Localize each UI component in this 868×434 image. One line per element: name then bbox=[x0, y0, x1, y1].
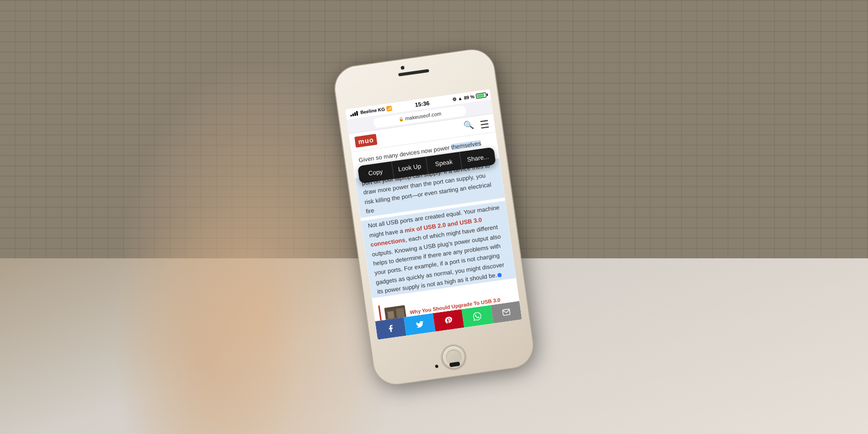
article-paragraph-3: Not all USB ports are created equal. You… bbox=[361, 201, 516, 299]
signal-bars bbox=[350, 111, 358, 116]
text-cursor bbox=[497, 273, 502, 277]
headphone-jack bbox=[435, 365, 439, 368]
muo-logo[interactable]: muo bbox=[354, 134, 378, 148]
facebook-icon bbox=[386, 324, 395, 333]
url-text: makeuseof.com bbox=[405, 111, 441, 121]
whatsapp-icon bbox=[473, 312, 482, 321]
phone-screen: Beeline KG 📶 15:36 ⚙ ▲ 89 % 🔒 makeuse bbox=[345, 89, 522, 340]
battery-fill bbox=[477, 94, 485, 98]
twitter-icon bbox=[415, 320, 424, 329]
status-time: 15:36 bbox=[414, 100, 430, 108]
location-icon: ▲ bbox=[457, 96, 462, 101]
email-icon bbox=[502, 307, 511, 317]
signal-bar-4 bbox=[356, 111, 358, 115]
header-icons: 🔍 ☰ bbox=[463, 117, 490, 133]
battery-icon bbox=[476, 92, 487, 99]
search-icon[interactable]: 🔍 bbox=[463, 119, 475, 133]
speaker-grill bbox=[398, 69, 429, 76]
battery-percent: 89 % bbox=[463, 94, 475, 101]
front-camera bbox=[400, 66, 405, 70]
carrier-name: Beeline KG bbox=[360, 106, 385, 115]
svg-rect-1 bbox=[388, 311, 395, 319]
menu-icon[interactable]: ☰ bbox=[479, 117, 490, 131]
link-text-usb: mix of USB 2.0 and USB 3.0 connections bbox=[370, 216, 482, 248]
lock-icon: 🔒 bbox=[398, 116, 404, 121]
power-supply-text: power supply is not as high as it should… bbox=[384, 272, 498, 293]
article-content: Copy Look Up Speak Share... bbox=[351, 132, 519, 321]
signal-bar-1 bbox=[350, 115, 352, 116]
settings-icon: ⚙ bbox=[452, 97, 457, 102]
wifi-icon: 📶 bbox=[386, 105, 392, 111]
pinterest-icon bbox=[444, 316, 453, 325]
